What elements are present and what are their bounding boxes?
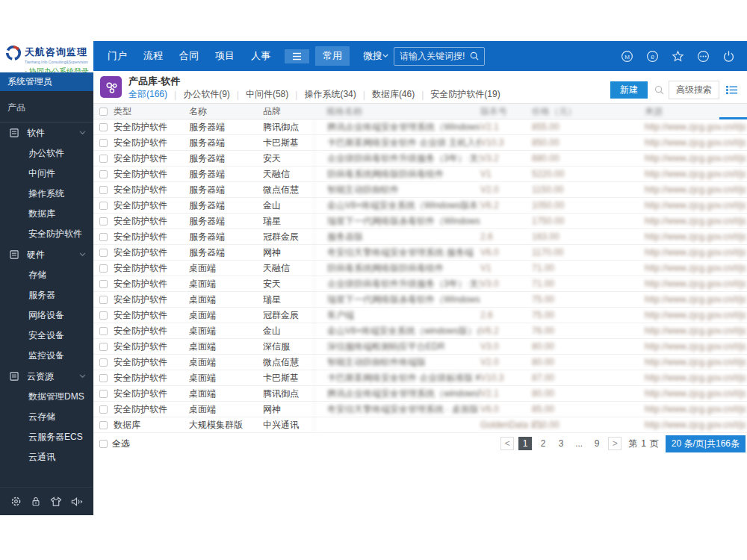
table-row[interactable]: 安全防护软件 服务器端 冠群金辰 服务器版 2.6 163.00 http://… bbox=[93, 229, 747, 245]
table-row[interactable]: 安全防护软件 服务器端 安天 企业级防病毒软件升级服务（3年）·支持版本升级 V… bbox=[93, 151, 747, 167]
tab-5[interactable]: 安全防护软件(19) bbox=[430, 88, 500, 101]
tab-4[interactable]: 数据库(46) bbox=[372, 88, 415, 101]
table-row[interactable]: 安全防护软件 服务器端 瑞星 瑞星下一代网络版杀毒软件（Windows版）三年期… bbox=[93, 214, 747, 229]
column-header[interactable]: 价格（元） bbox=[532, 105, 645, 118]
table-row[interactable]: 安全防护软件 服务器端 网神 奇安信天擎终端安全管理系统·服务端 V6.0 11… bbox=[93, 245, 747, 261]
search-icon[interactable] bbox=[470, 52, 479, 60]
horizontal-scrollbar-thumb[interactable] bbox=[719, 117, 747, 119]
tab-3[interactable]: 操作系统(34) bbox=[304, 88, 356, 101]
sidebar-item[interactable]: 中间件 bbox=[0, 164, 93, 184]
table-row[interactable]: 安全防护软件 服务器端 天融信 防病毒系统网络版防病毒组件 V1 5220.00… bbox=[93, 167, 747, 182]
row-checkbox[interactable] bbox=[99, 170, 108, 178]
table-row[interactable]: 安全防护软件 桌面端 金山 金山V8+终端安全系统（windows版）企业版 V… bbox=[93, 323, 747, 339]
tab-0[interactable]: 全部(166) bbox=[128, 88, 167, 101]
row-checkbox[interactable] bbox=[99, 233, 108, 241]
page-button-1[interactable]: 1 bbox=[518, 437, 532, 450]
column-header[interactable]: 类型 bbox=[114, 105, 189, 118]
row-checkbox[interactable] bbox=[99, 358, 108, 367]
sidebar-group-1[interactable]: 硬件 bbox=[0, 244, 93, 265]
table-row[interactable]: 安全防护软件 服务器端 腾讯御点 腾讯企业终端安全管理系统（Windows版） … bbox=[93, 119, 747, 135]
row-checkbox[interactable] bbox=[99, 249, 108, 257]
star-icon[interactable] bbox=[672, 50, 684, 63]
row-checkbox[interactable] bbox=[99, 217, 108, 225]
table-row[interactable]: 安全防护软件 桌面端 网神 奇安信天擎终端安全管理系统 · 桌面版 V6.0 8… bbox=[93, 402, 747, 417]
row-checkbox[interactable] bbox=[99, 296, 108, 304]
table-search-icon[interactable] bbox=[654, 85, 664, 95]
tab-1[interactable]: 办公软件(9) bbox=[183, 88, 230, 101]
sidebar-item[interactable]: 数据库 bbox=[0, 204, 93, 224]
sidebar-item[interactable]: 操作系统 bbox=[0, 184, 93, 204]
new-button[interactable]: 新建 bbox=[610, 81, 648, 99]
shirt-icon[interactable] bbox=[50, 497, 62, 507]
table-row[interactable]: 安全防护软件 桌面端 瑞星 瑞星下一代网络版杀毒软件（Windows版） 75.… bbox=[93, 292, 747, 308]
row-checkbox[interactable] bbox=[99, 123, 108, 131]
m-badge-icon[interactable]: M bbox=[621, 50, 633, 63]
sidebar-item[interactable]: 云服务器ECS bbox=[0, 427, 93, 447]
table-row[interactable]: 数据库 大规模集群版 中兴通讯 GoldenData s… 750.00 htt… bbox=[93, 417, 747, 433]
page-button-<[interactable]: < bbox=[500, 437, 514, 450]
power-icon[interactable] bbox=[722, 50, 735, 63]
apps-menu-button[interactable] bbox=[285, 49, 309, 63]
row-checkbox[interactable] bbox=[99, 155, 108, 163]
table-row[interactable]: 安全防护软件 桌面端 卡巴斯基 卡巴斯基网络安全软件 企业级标准版 KL48… … bbox=[93, 370, 747, 386]
table-row[interactable]: 安全防护软件 桌面端 天融信 防病毒系统网络版防病毒组件 V1 71.00 ht… bbox=[93, 261, 747, 276]
table-row[interactable]: 安全防护软件 桌面端 冠群金辰 客户端 2.6 75.00 http://www… bbox=[93, 308, 747, 323]
row-checkbox[interactable] bbox=[99, 280, 108, 288]
message-icon[interactable]: e bbox=[646, 50, 659, 63]
role-banner[interactable]: 系统管理员 bbox=[0, 72, 93, 91]
table-row[interactable]: 安全防护软件 桌面端 微点佰慧 智能主动防御软件终端版 V2.0 80.00 h… bbox=[93, 355, 747, 370]
row-checkbox[interactable] bbox=[99, 374, 108, 382]
table-row[interactable]: 安全防护软件 桌面端 安天 企业级防病毒软件升级服务（3年）·支持版本升级 V3… bbox=[93, 276, 747, 292]
page-button-3[interactable]: 3 bbox=[554, 437, 568, 450]
nav-item[interactable]: 人事 bbox=[243, 49, 279, 63]
row-checkbox[interactable] bbox=[99, 421, 108, 429]
sidebar-item[interactable]: 存储 bbox=[0, 265, 93, 285]
sidebar-group-0[interactable]: 软件 bbox=[0, 122, 93, 143]
advanced-search-button[interactable]: 高级搜索 bbox=[669, 81, 719, 99]
header-checkbox[interactable] bbox=[99, 108, 108, 116]
page-button-...[interactable]: ... bbox=[572, 437, 586, 450]
tab-2[interactable]: 中间件(58) bbox=[246, 88, 288, 101]
row-checkbox[interactable] bbox=[99, 390, 108, 398]
nav-item[interactable]: 门户 bbox=[99, 49, 135, 63]
row-checkbox[interactable] bbox=[99, 264, 108, 273]
sidebar-item[interactable]: 安全设备 bbox=[0, 326, 93, 346]
wesearch-dropdown[interactable]: 微搜 bbox=[363, 49, 382, 63]
table-row[interactable]: 安全防护软件 服务器端 微点佰慧 智能主动防御软件 V2.0 1150.00 h… bbox=[93, 182, 747, 198]
table-row[interactable]: 安全防护软件 服务器端 卡巴斯基 卡巴斯基网络安全软件 企业级 主机入侵防御和病… bbox=[93, 135, 747, 151]
sidebar-item[interactable]: 监控设备 bbox=[0, 346, 93, 366]
sidebar-item[interactable]: 网络设备 bbox=[0, 305, 93, 326]
sidebar-item[interactable]: 安全防护软件 bbox=[0, 224, 93, 244]
select-all-control[interactable]: 全选 bbox=[93, 438, 130, 450]
column-header[interactable]: 名称 bbox=[189, 105, 263, 118]
row-checkbox[interactable] bbox=[99, 202, 108, 210]
page-button-9[interactable]: 9 bbox=[590, 437, 604, 450]
page-jump[interactable]: 第 1 页 bbox=[628, 438, 659, 450]
nav-item[interactable]: 流程 bbox=[135, 49, 171, 63]
row-checkbox[interactable] bbox=[99, 311, 108, 320]
lock-icon[interactable] bbox=[31, 496, 41, 507]
column-header[interactable]: 规格名称 bbox=[314, 104, 480, 119]
row-checkbox[interactable] bbox=[99, 139, 108, 147]
global-search-input[interactable]: 请输入关键词搜! bbox=[394, 47, 485, 66]
row-checkbox[interactable] bbox=[99, 343, 108, 351]
sidebar-group-2[interactable]: 云资源 bbox=[0, 366, 93, 387]
gear-icon[interactable] bbox=[10, 496, 22, 507]
row-checkbox[interactable] bbox=[99, 186, 108, 194]
column-header[interactable]: 品牌 bbox=[263, 105, 314, 118]
sidebar-item[interactable]: 办公软件 bbox=[0, 143, 93, 164]
more-icon[interactable] bbox=[697, 50, 710, 63]
row-checkbox[interactable] bbox=[99, 405, 108, 414]
favorites-menu-button[interactable]: 常用 bbox=[315, 46, 350, 66]
row-checkbox[interactable] bbox=[99, 327, 108, 335]
table-row[interactable]: 安全防护软件 服务器端 金山 金山V8+终端安全系统（Windows版本）标准组… bbox=[93, 198, 747, 214]
select-all-checkbox[interactable] bbox=[99, 440, 108, 448]
sidebar-item[interactable]: 服务器 bbox=[0, 285, 93, 305]
column-header[interactable]: 来源 bbox=[645, 105, 747, 118]
table-row[interactable]: 安全防护软件 桌面端 深信服 深信服终端检测响应平台EDR V3.0 80.00… bbox=[93, 339, 747, 355]
column-header[interactable]: 版本号 bbox=[480, 105, 532, 118]
nav-item[interactable]: 合同 bbox=[171, 49, 207, 63]
speaker-icon[interactable] bbox=[71, 497, 83, 507]
sidebar-item[interactable]: 数据管理DMS bbox=[0, 387, 93, 407]
sidebar-item[interactable]: 云通讯 bbox=[0, 447, 93, 467]
